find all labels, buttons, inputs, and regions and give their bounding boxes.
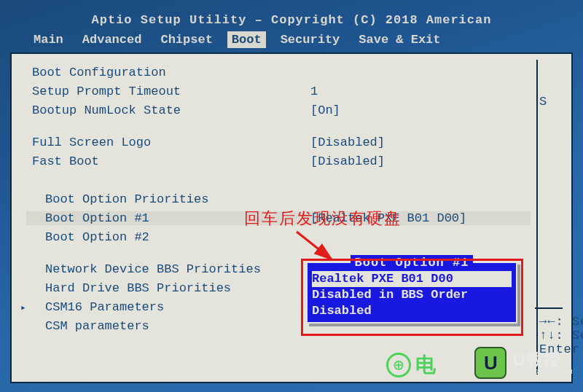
opt-label: Hard Drive BBS Priorities (26, 281, 310, 295)
help-text: S (539, 95, 563, 109)
tab-boot[interactable]: Boot (227, 31, 266, 48)
bios-screen: Aptio Setup Utility – Copyright (C) 2018… (0, 0, 583, 392)
watermark-left: ⊕ 电 (386, 351, 436, 379)
popup-title: Boot Option #1 (351, 255, 474, 271)
opt-value: [Disabled] (310, 136, 531, 149)
opt-value: 1 (310, 85, 531, 98)
help-column: S →←: Selec ↑↓: Selec Enter: S (535, 60, 563, 375)
watermark-right: U U教授 UJIAOSHOU.COM (474, 347, 573, 379)
opt-boot-option-2[interactable]: Boot Option #2 (26, 227, 531, 246)
opt-label: Bootup NumLock State (26, 103, 310, 117)
opt-label: Setup Prompt Timeout (26, 85, 310, 98)
tab-advanced[interactable]: Advanced (78, 31, 146, 48)
opt-label: Boot Option #2 (26, 230, 310, 244)
popup-item-realtek[interactable]: Realtek PXE B01 D00 (312, 271, 512, 287)
opt-value: [On] (310, 103, 531, 117)
boot-priorities-header: Boot Option Priorities (26, 192, 310, 206)
popup-item-disabled-bbs[interactable]: Disabled in BBS Order (312, 287, 512, 303)
opt-label: CSM16 Parameters (26, 300, 310, 314)
opt-fast-boot[interactable]: Fast Boot [Disabled] (26, 152, 531, 170)
opt-label: CSM parameters (26, 319, 310, 333)
watermark-name: U教授 (512, 351, 573, 369)
hint-arrows-h: →←: Selec (539, 315, 583, 329)
opt-setup-prompt-timeout[interactable]: Setup Prompt Timeout 1 (26, 82, 531, 101)
page-title: Aptio Setup Utility – Copyright (C) 2018… (0, 0, 583, 27)
tab-chipset[interactable]: Chipset (156, 31, 216, 48)
tab-bar: Main Advanced Chipset Boot Security Save… (0, 27, 583, 48)
tab-main[interactable]: Main (29, 31, 68, 48)
section-header: Boot Configuration (26, 66, 310, 79)
hint-arrows-v: ↑↓: Selec (539, 329, 583, 342)
opt-value: [Disabled] (310, 154, 531, 168)
popup-item-disabled[interactable]: Disabled (312, 303, 512, 319)
opt-label: Fast Boot (26, 154, 310, 168)
opt-full-screen-logo[interactable]: Full Screen Logo [Disabled] (26, 133, 531, 152)
opt-label: Full Screen Logo (26, 136, 310, 149)
tab-save-exit[interactable]: Save & Exit (354, 31, 445, 48)
watermark-url: UJIAOSHOU.COM (512, 369, 573, 375)
tab-security[interactable]: Security (276, 31, 345, 48)
opt-label: Network Device BBS Priorities (26, 262, 310, 276)
globe-icon: ⊕ (386, 353, 411, 377)
annotation-text: 回车后发现没有硬盘 (244, 208, 402, 230)
boot-option-popup: Boot Option #1 Realtek PXE B01 D00 Disab… (306, 262, 517, 324)
opt-bootup-numlock[interactable]: Bootup NumLock State [On] (26, 101, 531, 119)
watermark-left-text: 电 (415, 351, 436, 379)
u-icon: U (474, 347, 506, 379)
